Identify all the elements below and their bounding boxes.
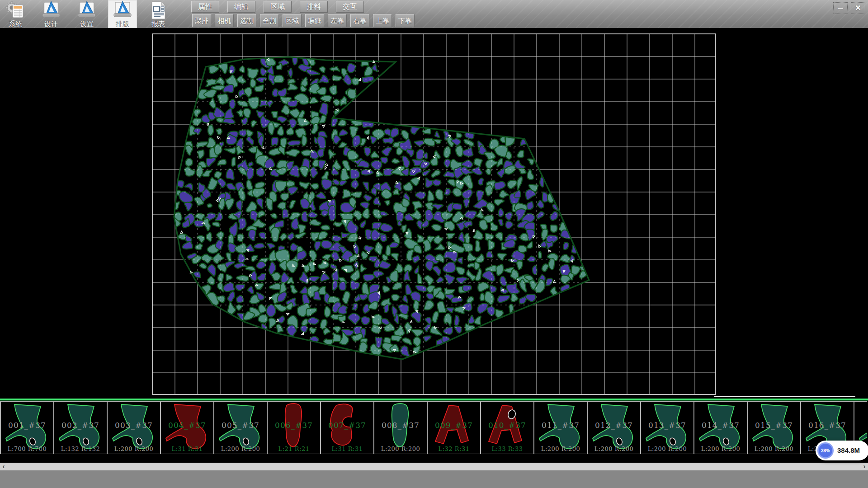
part-thumbnail-015_#37[interactable]: 015_#37 L:200 R:200: [747, 402, 800, 454]
part-id-label: 003_#37: [108, 421, 160, 430]
part-counts-label: L:200 R:200: [588, 446, 640, 452]
part-id-label: 008_#37: [374, 421, 427, 430]
main-toolbar: 系统 设计 设置 排版 报表: [1, 0, 173, 28]
part-thumbnail-003_#37[interactable]: 003_#37 L:200 R:200: [107, 402, 160, 454]
part-counts-label: L:200 R:200: [108, 446, 160, 452]
report-document-icon: [148, 1, 169, 20]
part-id-label: 004_#37: [161, 421, 213, 430]
part-counts-label: L:200 R:200: [534, 446, 587, 452]
window-controls: ─ ✕: [833, 2, 865, 14]
part-id-label: 016_#37: [801, 421, 854, 430]
part-id-label: 011_#37: [534, 421, 587, 430]
nesting-canvas[interactable]: [0, 28, 868, 399]
main-button-1[interactable]: 系统: [1, 0, 30, 28]
part-id-label: 014_#37: [694, 421, 747, 430]
part-counts-label: L:31 R:31: [161, 446, 213, 452]
design-ruler-icon: [41, 1, 61, 20]
minimize-button[interactable]: ─: [833, 2, 848, 14]
toolbar: 系统 设计 设置 排版 报表 属性编辑区域排料交互 聚排相机选割全割区域: [0, 0, 868, 28]
part-id-label: 012_#37: [588, 421, 640, 430]
menu-tab-4[interactable]: 排料: [300, 1, 328, 13]
part-thumbnail-002_#37[interactable]: 002_#37 L:132 R:132: [53, 402, 107, 454]
app-window: 系统 设计 设置 排版 报表 属性编辑区域排料交互 聚排相机选割全割区域: [0, 0, 868, 488]
close-button[interactable]: ✕: [851, 2, 865, 14]
part-thumbnail-007_#37[interactable]: 007_#37 L:31 R:31: [320, 402, 373, 454]
memory-indicator: 38% 384.8M: [816, 441, 868, 460]
horizontal-scrollbar[interactable]: ‹ ›: [0, 463, 868, 470]
part-thumbnail-004_#37[interactable]: 004_#37 L:31 R:31: [160, 402, 213, 454]
part-thumbnail-011_#37[interactable]: 011_#37 L:200 R:200: [533, 402, 587, 454]
status-bar: [0, 470, 868, 488]
part-id-label: 001_#37: [1, 421, 53, 430]
part-counts-label: L:32 R:31: [428, 446, 480, 452]
parts-scroll-indicator: [714, 396, 855, 397]
nesting-ruler-icon: [112, 1, 133, 20]
part-counts-label: L:200 R:200: [374, 446, 427, 452]
part-id-label: 007_#37: [321, 421, 373, 430]
part-counts-label: L:200 R:200: [214, 446, 267, 452]
main-button-4[interactable]: 排版: [108, 0, 137, 28]
part-counts-label: L:200 R:200: [694, 446, 747, 452]
menu-tab-2[interactable]: 编辑: [227, 1, 255, 13]
memory-value: 384.8M: [837, 446, 860, 454]
part-counts-label: L:700 R:700: [1, 446, 53, 452]
main-button-label: 系统: [9, 20, 22, 28]
part-id-label: 006_#37: [268, 421, 320, 430]
tool-button-bar: 聚排相机选割全割区域瑕疵左靠右靠上靠下靠: [192, 14, 415, 27]
part-thumbnail-012_#37[interactable]: 012_#37 L:200 R:200: [587, 402, 640, 454]
parts-strip: 001_#37 L:700 R:700 002_#37 L:132 R:132 …: [0, 399, 868, 463]
part-id-label: 009_#37: [428, 421, 480, 430]
part-thumbnail-014_#37[interactable]: 014_#37 L:200 R:200: [693, 402, 747, 454]
main-button-3[interactable]: 设置: [72, 0, 101, 28]
part-id-label: 015_#37: [748, 421, 800, 430]
part-counts-label: L:21 R:21: [268, 446, 320, 452]
scroll-left-arrow[interactable]: ‹: [0, 463, 7, 470]
tool-button-2[interactable]: 相机: [215, 14, 234, 27]
main-button-2[interactable]: 设计: [37, 0, 66, 28]
main-button-5[interactable]: 报表: [144, 0, 173, 28]
menu-tab-5[interactable]: 交互: [336, 1, 364, 13]
menu-tab-1[interactable]: 属性: [191, 1, 219, 13]
menu-tab-bar: 属性编辑区域排料交互: [191, 1, 364, 13]
part-thumbnail-009_#37[interactable]: 009_#37 L:32 R:31: [427, 402, 480, 454]
main-button-label: 设计: [44, 20, 58, 28]
tool-button-6[interactable]: 瑕疵: [305, 14, 324, 27]
part-counts-label: L:200 R:200: [641, 446, 693, 452]
part-id-label: 013_#37: [641, 421, 693, 430]
main-button-label: 报表: [151, 20, 165, 28]
tool-button-1[interactable]: 聚排: [192, 14, 211, 27]
part-id-label: 010_#37: [481, 421, 533, 430]
part-thumbnail-010_#37[interactable]: 010_#37 L:33 R:33: [480, 402, 533, 454]
tool-button-8[interactable]: 右靠: [350, 14, 369, 27]
tool-button-9[interactable]: 上靠: [373, 14, 392, 27]
part-thumbnail-013_#37[interactable]: 013_#37 L:200 R:200: [640, 402, 693, 454]
system-gear-icon: [5, 1, 26, 20]
tool-button-10[interactable]: 下靠: [396, 14, 415, 27]
part-counts-label: L:200 R:200: [748, 446, 800, 452]
menu-tab-3[interactable]: 区域: [264, 1, 292, 13]
tool-button-3[interactable]: 选割: [237, 14, 256, 27]
progress-percent: 38%: [821, 448, 830, 453]
part-thumbnail-006_#37[interactable]: 006_#37 L:21 R:21: [267, 402, 320, 454]
part-thumbnail-005_#37[interactable]: 005_#37 L:200 R:200: [213, 402, 267, 454]
tool-button-5[interactable]: 区域: [283, 14, 302, 27]
part-thumbnail-008_#37[interactable]: 008_#37 L:200 R:200: [373, 402, 427, 454]
tool-button-7[interactable]: 左靠: [328, 14, 347, 27]
strip-accent-line: [0, 399, 868, 400]
part-id-label: 002_#37: [54, 421, 107, 430]
part-id-label: 005_#37: [214, 421, 267, 430]
part-thumbnail-001_#37[interactable]: 001_#37 L:700 R:700: [0, 402, 53, 454]
settings-ruler-icon: [76, 1, 97, 20]
main-button-label: 设置: [80, 20, 94, 28]
part-counts-label: L:33 R:33: [481, 446, 533, 452]
tool-button-4[interactable]: 全割: [260, 14, 279, 27]
progress-circle: 38%: [817, 442, 834, 459]
part-counts-label: L:132 R:132: [54, 446, 107, 452]
parts-list: 001_#37 L:700 R:700 002_#37 L:132 R:132 …: [0, 401, 867, 454]
main-button-label: 排版: [116, 20, 129, 28]
scroll-right-arrow[interactable]: ›: [861, 463, 868, 470]
part-counts-label: L:31 R:31: [321, 446, 373, 452]
